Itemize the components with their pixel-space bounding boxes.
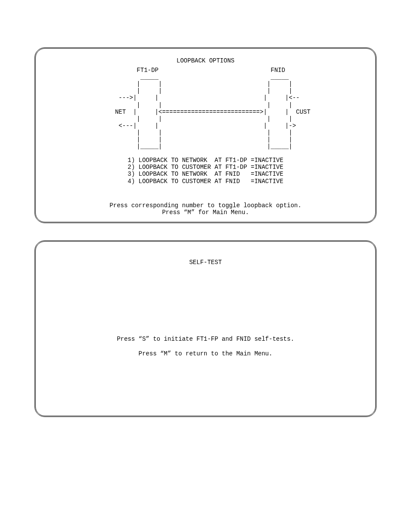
self-test-title: SELF-TEST <box>46 259 365 266</box>
loopback-option-4: 4) LOOPBACK TO CUSTOMER AT FNID =INACTIV… <box>128 178 283 185</box>
loopback-options-panel: LOOPBACK OPTIONS FT1-DP FNID _____ _____… <box>34 47 377 223</box>
loopback-instruction-2: Press “M” for Main Menu. <box>46 209 365 216</box>
loopback-option-1: 1) LOOPBACK TO NETWORK AT FT1-DP =INACTI… <box>128 157 283 164</box>
loopback-diagram: FT1-DP FNID _____ _____ | | | | | | | <box>100 67 310 150</box>
loopback-title: LOOPBACK OPTIONS <box>46 57 365 64</box>
self-test-panel: SELF-TEST Press “S” to initiate FT1-FP a… <box>34 240 377 417</box>
loopback-option-3: 3) LOOPBACK TO NETWORK AT FNID =INACTIVE <box>128 171 283 177</box>
loopback-instruction-1: Press corresponding number to toggle loo… <box>46 202 365 209</box>
self-test-line-1: Press “S” to initiate FT1-FP and FNID se… <box>46 336 365 342</box>
loopback-instructions: Press corresponding number to toggle loo… <box>46 202 365 216</box>
loopback-option-2: 2) LOOPBACK TO CUSTOMER AT FT1-DP =INACT… <box>128 164 283 171</box>
self-test-line-2: Press “M” to return to the Main Menu. <box>46 350 365 357</box>
loopback-options-list: 1) LOOPBACK TO NETWORK AT FT1-DP =INACTI… <box>46 157 365 184</box>
